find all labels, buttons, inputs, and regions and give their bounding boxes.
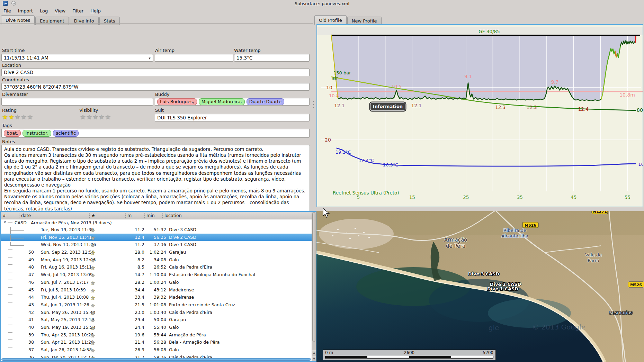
svg-text:12.4: 12.4 <box>578 106 589 112</box>
visibility-stars[interactable]: ★★★★★ <box>80 114 111 120</box>
scroll-down-button[interactable]: ▼ <box>312 356 316 361</box>
star-icon[interactable]: ★ <box>86 113 92 121</box>
rating-stars[interactable]: ★★★★★ <box>2 114 33 120</box>
menu-file[interactable]: File <box>0 7 15 15</box>
star-icon[interactable]: ★ <box>80 113 86 121</box>
star-icon[interactable]: ★ <box>91 348 95 353</box>
dive-list-table[interactable]: #date★mminlocation ∨CASD - Armação de Pê… <box>0 211 316 362</box>
collapse-chevron-icon[interactable]: ∨ <box>3 220 6 224</box>
star-icon[interactable]: ★ <box>99 113 105 121</box>
table-row[interactable]: Tue, Nov 19, 2013 11:39★★★★★11.251:32Div… <box>1 226 316 234</box>
dive-depth: 28.0 <box>123 250 144 255</box>
table-row[interactable]: 43Sat, Jun 1, 2013 11:26★★★★★21.51:01:08… <box>1 301 316 309</box>
table-row[interactable]: 38Sun, Apr 21, 2013 11:28★★★★★21.456:28B… <box>1 338 316 346</box>
table-row[interactable]: 39Thu, Apr 25, 2013 10:28★★★★★19.653:44A… <box>1 331 316 339</box>
table-row[interactable]: 48Fri, Aug 16, 2013 15:11★★★★★8.526:52Ca… <box>1 263 316 271</box>
dive-site-map[interactable]: Armaçãode PêraRibeira deAlcantarilhaVale… <box>316 211 644 362</box>
table-row[interactable]: 49Mon, Aug 19, 2013 12:06★★★★★8.234:08Ga… <box>1 256 316 264</box>
table-row[interactable]: 42Sun, May 26, 2013 15:40★★★★★23.01:03:4… <box>1 309 316 316</box>
information-button[interactable]: Information <box>370 102 406 111</box>
dive-number: 45 <box>24 287 34 292</box>
column-header-m[interactable]: m <box>127 213 132 218</box>
column-separator[interactable] <box>162 213 163 218</box>
tree-branch <box>10 242 24 246</box>
splitter-handle[interactable] <box>313 100 314 109</box>
column-separator[interactable] <box>89 213 90 218</box>
star-icon[interactable]: ★ <box>27 113 33 121</box>
star-icon[interactable]: ★ <box>91 318 95 323</box>
column-header-num[interactable]: # <box>2 213 6 218</box>
star-icon[interactable]: ★ <box>91 273 95 278</box>
star-icon[interactable]: ★ <box>105 113 111 121</box>
menu-help[interactable]: Help <box>87 7 104 15</box>
column-header-★[interactable]: ★ <box>91 213 95 218</box>
star-icon[interactable]: ★ <box>91 340 95 346</box>
column-header-min[interactable]: min <box>146 213 155 218</box>
star-icon[interactable]: ★ <box>91 303 95 308</box>
table-row[interactable]: 37Sat, Jan 26, 2013 14:58★★★★★26.956:08G… <box>1 346 316 354</box>
star-icon[interactable]: ★ <box>91 288 95 293</box>
star-icon[interactable]: ★ <box>91 228 95 233</box>
tree-dash <box>8 280 12 280</box>
scrollbar-thumb[interactable] <box>312 212 315 342</box>
star-icon[interactable]: ★ <box>21 113 27 121</box>
vertical-scrollbar[interactable]: ▲ ▼ <box>312 212 316 361</box>
table-row[interactable]: 45Fri, Jul 5, 2013 10:39★★★★★34.443:12Ma… <box>1 286 316 294</box>
star-icon[interactable]: ★ <box>91 295 95 301</box>
menu-import[interactable]: Import <box>15 7 36 15</box>
star-icon[interactable]: ★ <box>92 113 99 121</box>
horizontal-scrollbar[interactable] <box>1 358 311 361</box>
chevron-down-icon[interactable]: ▾ <box>149 55 151 61</box>
svg-text:10.8m: 10.8m <box>619 92 635 98</box>
dive-list-header[interactable]: #date★mminlocation <box>1 212 316 219</box>
star-icon[interactable]: ★ <box>91 258 95 263</box>
star-icon[interactable]: ★ <box>91 235 95 241</box>
dive-date: Sat, May 25, 2013 12:19 <box>41 317 94 322</box>
menu-filter[interactable]: Filter <box>69 7 87 15</box>
table-row[interactable]: 44Thu, Jul 4, 2013 10:08★★★★★33.439:32Ma… <box>1 293 316 301</box>
map-place-label: Armação <box>444 237 467 243</box>
divemaster-input[interactable] <box>1 98 153 106</box>
star-icon[interactable]: ★ <box>91 310 95 316</box>
dive-location: Armação de Pêra <box>169 332 206 337</box>
water-temp-input[interactable]: 15.3°C <box>234 54 310 62</box>
column-separator[interactable] <box>144 213 145 218</box>
coordinates-input[interactable]: 37°05'23.460"N 8°20'47.879"W <box>1 83 310 91</box>
dive-location: Dive 1 CASD <box>169 242 196 247</box>
star-icon[interactable]: ★ <box>91 265 95 271</box>
star-icon[interactable]: ★ <box>91 333 95 338</box>
visibility-label: Visibility <box>79 108 98 113</box>
air-temp-input[interactable] <box>155 54 233 62</box>
table-row[interactable]: 40Sun, May 19, 2013 15:53★★★★★24.455:40G… <box>1 324 316 331</box>
table-row[interactable]: 46Sun, Jul 7, 2013 17:17★★★★★28.21:00:24… <box>1 279 316 286</box>
suit-input[interactable]: DUI TLS 350 Explorer <box>155 114 310 121</box>
dive-profile-chart[interactable]: GF 30/85102051525354555Reefnet Sensus Ul… <box>316 24 643 207</box>
column-header-date[interactable]: date <box>21 213 31 218</box>
star-icon[interactable]: ★ <box>15 113 21 121</box>
location-input[interactable]: Dive 2 CASD <box>1 69 310 76</box>
column-separator[interactable] <box>125 213 126 218</box>
column-header-location[interactable]: location <box>164 213 182 218</box>
tab-old-profile[interactable]: Old Profile <box>314 15 347 25</box>
star-icon[interactable]: ★ <box>8 113 15 121</box>
star-icon[interactable]: ★ <box>91 280 95 286</box>
column-separator[interactable] <box>19 213 19 218</box>
menu-view[interactable]: View <box>51 7 69 15</box>
dive-depth: 11.2 <box>123 242 144 247</box>
table-row[interactable]: 47Wed, Jul 10, 2013 13:09★★★★★14.71:10:0… <box>1 271 316 279</box>
star-icon[interactable]: ★ <box>91 250 95 256</box>
table-row[interactable]: Fri, Nov 15, 2013 11:41★★★★★12.456:35Div… <box>1 234 316 241</box>
table-row[interactable]: Wed, Nov 13, 2013 11:06★★★★★11.237:36Div… <box>1 241 316 248</box>
buddy-input[interactable]: Luís Rodrigues,Miguel Madureira,Duarte D… <box>155 98 310 106</box>
svg-text:Information: Information <box>373 104 403 109</box>
scroll-up-button[interactable]: ▲ <box>312 350 316 355</box>
start-time-combobox[interactable]: 11/15/13 11:41 AM ▾ <box>1 54 153 62</box>
trip-group-row[interactable]: ∨CASD - Armação de Pêra, Nov 2013 (3 div… <box>1 219 316 226</box>
star-icon[interactable]: ★ <box>91 325 95 331</box>
star-icon[interactable]: ★ <box>2 113 8 121</box>
table-row[interactable]: 50Sun, Sep 22, 2013 12:59★★★★★28.01:02:2… <box>1 248 316 256</box>
tags-input[interactable]: boat,instructor,scientific <box>1 129 310 138</box>
star-icon[interactable]: ★ <box>91 243 95 248</box>
menu-log[interactable]: Log <box>36 7 51 15</box>
table-row[interactable]: 41Sat, May 25, 2013 12:19★★★★★29.450:04G… <box>1 316 316 324</box>
